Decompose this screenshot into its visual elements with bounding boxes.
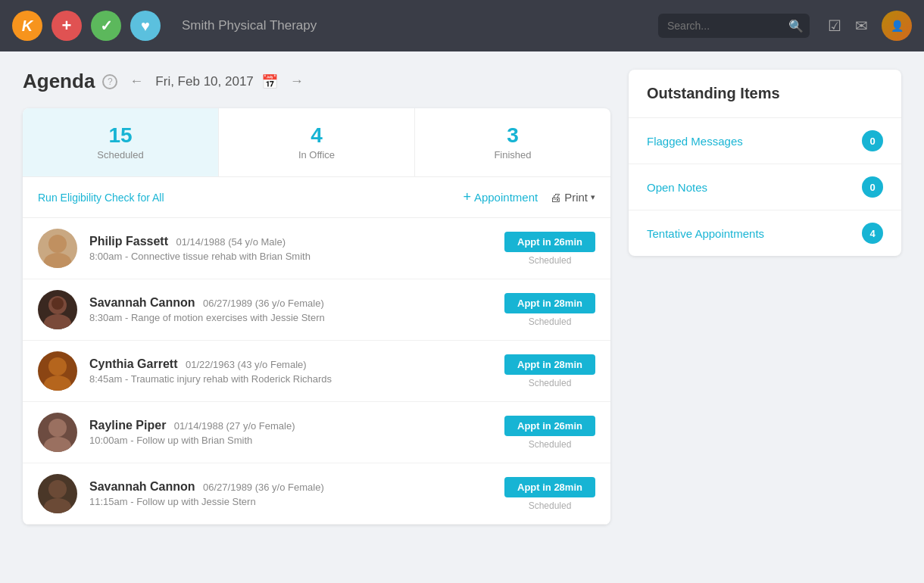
patient-info: Philip Fassett 01/14/1988 (54 y/o Male) … bbox=[89, 235, 492, 262]
toolbar-actions: + Appointment 🖨 Print ▾ bbox=[463, 189, 595, 205]
outstanding-title: Outstanding Items bbox=[647, 85, 780, 101]
patient-info: Rayline Piper 01/14/1988 (27 y/o Female)… bbox=[89, 419, 492, 446]
search-input[interactable] bbox=[658, 14, 810, 38]
stat-in-office[interactable]: 4 In Office bbox=[219, 108, 415, 176]
flagged-messages-badge: 0 bbox=[862, 130, 883, 151]
countdown-button[interactable]: Appt in 28min bbox=[504, 293, 595, 313]
finished-label: Finished bbox=[494, 149, 531, 161]
logo-k-icon[interactable]: K bbox=[12, 11, 42, 41]
patient-dob: 06/27/1989 (36 y/o Female) bbox=[203, 482, 324, 493]
svg-point-5 bbox=[48, 357, 67, 376]
tentative-appointments-label: Tentative Appointments bbox=[647, 227, 862, 240]
patient-dob: 01/14/1988 (27 y/o Female) bbox=[174, 420, 295, 432]
status-badge: Scheduled bbox=[504, 439, 595, 450]
svg-point-9 bbox=[48, 480, 67, 498]
svg-point-4 bbox=[52, 298, 64, 310]
printer-icon: 🖨 bbox=[550, 191, 561, 204]
user-avatar[interactable]: 👤 bbox=[882, 11, 912, 41]
stat-scheduled[interactable]: 15 Scheduled bbox=[23, 108, 219, 176]
dropdown-arrow-icon: ▾ bbox=[591, 192, 595, 202]
avatar bbox=[38, 229, 77, 268]
eligibility-check-link[interactable]: Run Eligibility Check for All bbox=[38, 192, 463, 204]
svg-point-3 bbox=[44, 314, 71, 329]
print-label: Print bbox=[564, 191, 588, 204]
appointment-status-block: Appt in 26min Scheduled bbox=[504, 232, 595, 266]
patient-appointment-detail: 11:15am - Follow up with Jessie Stern bbox=[89, 496, 492, 507]
calendar-icon[interactable]: 📅 bbox=[261, 73, 278, 90]
scheduled-label: Scheduled bbox=[97, 149, 143, 161]
in-office-label: In Office bbox=[298, 149, 335, 161]
status-badge: Scheduled bbox=[504, 255, 595, 266]
heart-icon[interactable]: ♥ bbox=[130, 11, 161, 41]
patient-name: Savannah Cannon bbox=[89, 296, 195, 309]
table-row[interactable]: Rayline Piper 01/14/1988 (27 y/o Female)… bbox=[23, 402, 610, 463]
outstanding-items-card: Outstanding Items Flagged Messages 0 Ope… bbox=[629, 70, 901, 256]
countdown-button[interactable]: Appt in 28min bbox=[504, 477, 595, 497]
flagged-messages-label: Flagged Messages bbox=[647, 135, 862, 148]
table-row[interactable]: Cynthia Garrett 01/22/1963 (43 y/o Femal… bbox=[23, 341, 610, 402]
patient-name: Philip Fassett bbox=[89, 235, 168, 248]
svg-point-1 bbox=[44, 253, 71, 268]
patient-name: Cynthia Garrett bbox=[89, 357, 177, 370]
messages-icon[interactable]: ✉ bbox=[855, 17, 868, 35]
countdown-button[interactable]: Appt in 26min bbox=[504, 416, 595, 436]
appointment-status-block: Appt in 28min Scheduled bbox=[504, 477, 595, 511]
status-badge: Scheduled bbox=[504, 500, 595, 511]
patient-info: Cynthia Garrett 01/22/1963 (43 y/o Femal… bbox=[89, 357, 492, 385]
header-actions: ☑ ✉ 👤 bbox=[828, 11, 912, 41]
header: K + ✓ ♥ Smith Physical Therapy 🔍 ☑ ✉ 👤 bbox=[0, 0, 924, 51]
table-row[interactable]: Philip Fassett 01/14/1988 (54 y/o Male) … bbox=[23, 218, 610, 279]
open-notes-badge: 0 bbox=[862, 176, 883, 198]
svg-point-8 bbox=[44, 437, 71, 452]
tentative-appointments-item[interactable]: Tentative Appointments 4 bbox=[629, 210, 901, 256]
search-wrapper: 🔍 bbox=[658, 14, 810, 38]
patient-dob: 01/14/1988 (54 y/o Male) bbox=[176, 236, 286, 248]
avatar bbox=[38, 474, 77, 513]
stats-card: 15 Scheduled 4 In Office 3 Finished Run … bbox=[23, 108, 610, 525]
flagged-messages-item[interactable]: Flagged Messages 0 bbox=[629, 118, 901, 164]
patient-dob: 06/27/1989 (36 y/o Female) bbox=[203, 298, 324, 309]
current-date: Fri, Feb 10, 2017 bbox=[155, 74, 253, 89]
svg-point-7 bbox=[48, 419, 67, 437]
patient-info: Savannah Cannon 06/27/1989 (36 y/o Femal… bbox=[89, 296, 492, 323]
open-notes-label: Open Notes bbox=[647, 181, 862, 194]
patient-dob: 01/22/1963 (43 y/o Female) bbox=[186, 359, 307, 370]
check-icon[interactable]: ✓ bbox=[91, 11, 121, 41]
patient-appointment-detail: 10:00am - Follow up with Brian Smith bbox=[89, 435, 492, 446]
appointment-status-block: Appt in 28min Scheduled bbox=[504, 354, 595, 388]
table-row[interactable]: Savannah Cannon 06/27/1989 (36 y/o Femal… bbox=[23, 279, 610, 341]
scheduled-count: 15 bbox=[38, 123, 203, 148]
prev-date-arrow[interactable]: ← bbox=[125, 72, 148, 91]
print-button[interactable]: 🖨 Print ▾ bbox=[550, 191, 595, 204]
add-appointment-button[interactable]: + Appointment bbox=[463, 189, 538, 205]
search-icon[interactable]: 🔍 bbox=[788, 19, 804, 33]
tentative-appointments-badge: 4 bbox=[862, 223, 883, 244]
appointment-status-block: Appt in 26min Scheduled bbox=[504, 416, 595, 450]
appointment-toolbar: Run Eligibility Check for All + Appointm… bbox=[23, 177, 610, 218]
stat-finished[interactable]: 3 Finished bbox=[415, 108, 610, 176]
outstanding-header: Outstanding Items bbox=[629, 70, 901, 118]
patient-appointment-detail: 8:30am - Range of motion exercises with … bbox=[89, 312, 492, 323]
agenda-header: Agenda ? ← Fri, Feb 10, 2017 📅 → bbox=[23, 70, 610, 93]
avatar bbox=[38, 290, 77, 329]
avatar bbox=[38, 413, 77, 452]
patient-name: Savannah Cannon bbox=[89, 480, 195, 493]
table-row[interactable]: Savannah Cannon 06/27/1989 (36 y/o Femal… bbox=[23, 463, 610, 525]
svg-point-10 bbox=[44, 498, 71, 513]
patient-appointment-detail: 8:00am - Connective tissue rehab with Br… bbox=[89, 251, 492, 262]
tasks-icon[interactable]: ☑ bbox=[828, 17, 841, 35]
open-notes-item[interactable]: Open Notes 0 bbox=[629, 164, 901, 210]
svg-point-6 bbox=[44, 376, 71, 391]
add-icon[interactable]: + bbox=[52, 11, 82, 41]
countdown-button[interactable]: Appt in 28min bbox=[504, 354, 595, 375]
stats-row: 15 Scheduled 4 In Office 3 Finished bbox=[23, 108, 610, 177]
in-office-count: 4 bbox=[234, 123, 399, 148]
patient-name: Rayline Piper bbox=[89, 419, 166, 432]
help-icon[interactable]: ? bbox=[102, 74, 117, 89]
next-date-arrow[interactable]: → bbox=[286, 72, 308, 91]
add-appointment-label: Appointment bbox=[474, 191, 538, 204]
agenda-title: Agenda bbox=[23, 70, 95, 93]
patient-info: Savannah Cannon 06/27/1989 (36 y/o Femal… bbox=[89, 480, 492, 507]
countdown-button[interactable]: Appt in 26min bbox=[504, 232, 595, 252]
appointment-status-block: Appt in 28min Scheduled bbox=[504, 293, 595, 327]
